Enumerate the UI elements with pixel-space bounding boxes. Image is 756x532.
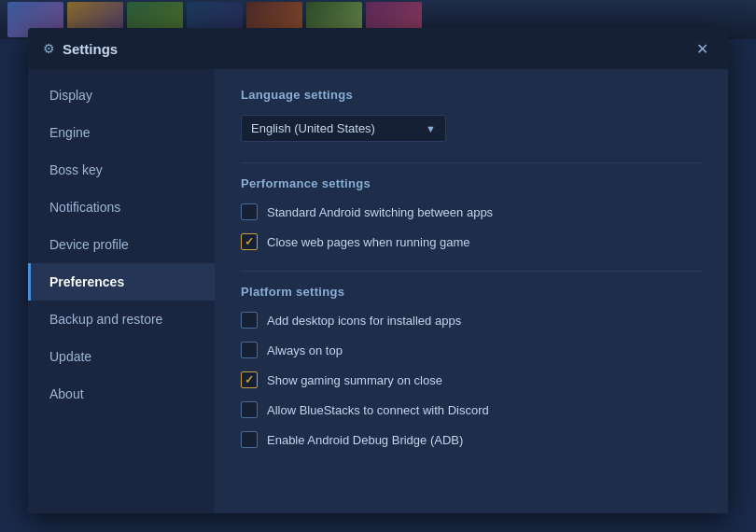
checkbox-enable-adb-label: Enable Android Debug Bridge (ADB) bbox=[267, 433, 463, 447]
modal-body: Display Engine Boss key Notifications De… bbox=[28, 69, 728, 513]
checkbox-close-web-pages-label: Close web pages when running game bbox=[267, 235, 470, 249]
checkbox-add-desktop-icons-label: Add desktop icons for installed apps bbox=[267, 314, 461, 328]
checkbox-always-on-top-label: Always on top bbox=[267, 343, 343, 357]
divider-2 bbox=[241, 271, 702, 272]
platform-section-title: Platform settings bbox=[241, 285, 702, 299]
gear-icon: ⚙ bbox=[43, 41, 55, 56]
checkbox-allow-discord: Allow BlueStacks to connect with Discord bbox=[241, 401, 702, 418]
checkbox-allow-discord-label: Allow BlueStacks to connect with Discord bbox=[267, 403, 489, 417]
checkbox-gaming-summary: ✓ Show gaming summary on close bbox=[241, 371, 702, 388]
sidebar-item-preferences[interactable]: Preferences bbox=[28, 263, 215, 301]
sidebar-item-about[interactable]: About bbox=[28, 375, 215, 413]
performance-section: Performance settings Standard Android sw… bbox=[241, 176, 702, 250]
checkbox-gaming-summary-box[interactable]: ✓ bbox=[241, 371, 258, 388]
checkbox-close-web-pages: ✓ Close web pages when running game bbox=[241, 233, 702, 250]
sidebar-item-notifications[interactable]: Notifications bbox=[28, 189, 215, 226]
sidebar-item-backup[interactable]: Backup and restore bbox=[28, 301, 215, 338]
chevron-down-icon: ▼ bbox=[426, 123, 436, 134]
content-area: Language settings English (United States… bbox=[215, 69, 728, 513]
checkbox-always-on-top-box[interactable] bbox=[241, 342, 258, 358]
divider-1 bbox=[241, 162, 702, 163]
checkbox-enable-adb: Enable Android Debug Bridge (ADB) bbox=[241, 431, 702, 448]
modal-title: Settings bbox=[63, 41, 118, 57]
checkbox-close-web-pages-box[interactable]: ✓ bbox=[241, 233, 258, 250]
close-button[interactable]: ✕ bbox=[691, 37, 713, 60]
sidebar-item-update[interactable]: Update bbox=[28, 338, 215, 375]
sidebar-item-device-profile[interactable]: Device profile bbox=[28, 226, 215, 263]
checkbox-standard-android-label: Standard Android switching between apps bbox=[267, 205, 493, 219]
platform-section: Platform settings Add desktop icons for … bbox=[241, 285, 702, 448]
checkbox-add-desktop-icons-box[interactable] bbox=[241, 312, 258, 329]
checkmark-icon: ✓ bbox=[245, 235, 254, 248]
checkbox-enable-adb-box[interactable] bbox=[241, 431, 258, 448]
checkmark-icon-2: ✓ bbox=[245, 373, 254, 386]
checkbox-standard-android-box[interactable] bbox=[241, 203, 258, 220]
checkbox-standard-android: Standard Android switching between apps bbox=[241, 203, 702, 220]
sidebar: Display Engine Boss key Notifications De… bbox=[28, 69, 215, 513]
checkbox-always-on-top: Always on top bbox=[241, 342, 702, 358]
settings-modal: ⚙ Settings ✕ Display Engine Boss key Not… bbox=[28, 28, 728, 513]
sidebar-item-boss-key[interactable]: Boss key bbox=[28, 151, 215, 189]
performance-section-title: Performance settings bbox=[241, 176, 702, 190]
checkbox-add-desktop-icons: Add desktop icons for installed apps bbox=[241, 312, 702, 329]
title-bar-left: ⚙ Settings bbox=[43, 41, 118, 57]
sidebar-item-display[interactable]: Display bbox=[28, 77, 215, 114]
language-section-title: Language settings bbox=[241, 88, 702, 102]
language-dropdown-value: English (United States) bbox=[251, 121, 375, 135]
checkbox-allow-discord-box[interactable] bbox=[241, 401, 258, 418]
checkbox-gaming-summary-label: Show gaming summary on close bbox=[267, 373, 442, 387]
language-dropdown[interactable]: English (United States) ▼ bbox=[241, 115, 446, 142]
sidebar-item-engine[interactable]: Engine bbox=[28, 114, 215, 151]
language-section: Language settings English (United States… bbox=[241, 88, 702, 142]
modal-title-bar: ⚙ Settings ✕ bbox=[28, 28, 728, 69]
